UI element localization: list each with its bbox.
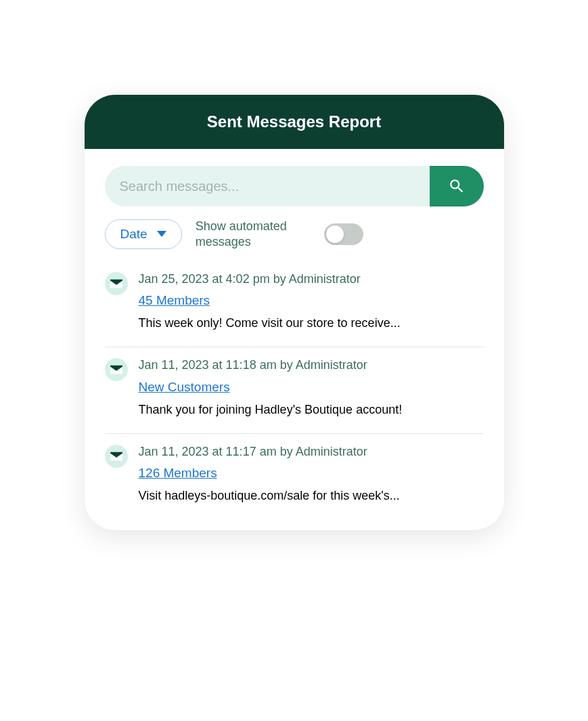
message-body: Jan 25, 2023 at 4:02 pm by Administrator… bbox=[139, 271, 484, 332]
automated-toggle-group: Show automated messages bbox=[196, 219, 484, 249]
search-container bbox=[105, 166, 484, 206]
message-list: Jan 25, 2023 at 4:02 pm by Administrator… bbox=[105, 261, 484, 504]
message-body: Jan 11, 2023 at 11:17 am by Administrato… bbox=[139, 443, 484, 504]
message-body: Jan 11, 2023 at 11:18 am by Administrato… bbox=[139, 357, 484, 418]
message-timestamp: Jan 25, 2023 at 4:02 pm by Administrator bbox=[139, 271, 484, 288]
chevron-down-icon bbox=[157, 231, 166, 237]
envelope-icon bbox=[105, 358, 128, 381]
search-icon bbox=[448, 177, 466, 195]
message-timestamp: Jan 11, 2023 at 11:17 am by Administrato… bbox=[139, 443, 484, 460]
message-preview: Thank you for joining Hadley's Boutique … bbox=[139, 401, 484, 418]
page-title: Sent Messages Report bbox=[207, 112, 381, 131]
automated-toggle-label: Show automated messages bbox=[196, 219, 311, 249]
envelope-icon bbox=[105, 272, 128, 295]
message-timestamp: Jan 11, 2023 at 11:18 am by Administrato… bbox=[139, 357, 484, 374]
message-item[interactable]: Jan 25, 2023 at 4:02 pm by Administrator… bbox=[105, 261, 484, 347]
message-preview: This week only! Come visit our store to … bbox=[139, 315, 484, 332]
envelope-icon bbox=[105, 445, 128, 468]
message-recipients-link[interactable]: New Customers bbox=[139, 380, 230, 395]
filters-row: Date Show automated messages bbox=[105, 219, 484, 249]
message-preview: Visit hadleys-boutique.com/sale for this… bbox=[139, 487, 484, 504]
card-content: Date Show automated messages bbox=[85, 149, 504, 530]
message-recipients-link[interactable]: 126 Members bbox=[139, 466, 217, 481]
report-card: Sent Messages Report Date Show automated… bbox=[85, 95, 504, 530]
search-button[interactable] bbox=[430, 166, 484, 206]
date-filter-label: Date bbox=[120, 227, 148, 242]
date-filter-button[interactable]: Date bbox=[105, 219, 182, 249]
card-header: Sent Messages Report bbox=[85, 95, 504, 149]
automated-toggle[interactable] bbox=[324, 223, 363, 245]
message-item[interactable]: Jan 11, 2023 at 11:18 am by Administrato… bbox=[105, 347, 484, 433]
message-item[interactable]: Jan 11, 2023 at 11:17 am by Administrato… bbox=[105, 434, 484, 504]
search-input[interactable] bbox=[105, 166, 430, 206]
toggle-knob bbox=[326, 225, 344, 243]
message-recipients-link[interactable]: 45 Members bbox=[139, 293, 210, 308]
